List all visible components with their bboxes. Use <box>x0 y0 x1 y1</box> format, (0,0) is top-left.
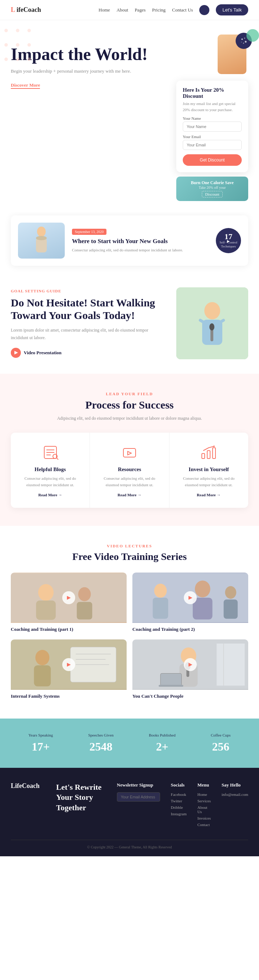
nav-avatar[interactable] <box>199 5 209 15</box>
video-2-label: Coaching and Training (part 2) <box>132 623 248 634</box>
svg-point-5 <box>37 227 46 237</box>
process-tag: Lead Your Field <box>11 391 248 396</box>
social-twitter[interactable]: Twitter <box>171 799 187 803</box>
nav-about[interactable]: About <box>116 7 129 13</box>
video-4-label: You Can't Change People <box>132 690 248 700</box>
hero-section: • • •• • •• • • Impact the World! Begin … <box>0 20 259 212</box>
nav-pages[interactable]: Pages <box>135 7 145 13</box>
svg-point-9 <box>204 302 220 319</box>
social-dribble[interactable]: Dribble <box>171 805 187 810</box>
video-card-2: ▶ Coaching and Training (part 2) <box>132 573 248 634</box>
resources-title: Resources <box>97 466 162 473</box>
svg-rect-21 <box>123 449 136 457</box>
footer-newsletter: Newsletter Signup <box>117 782 160 829</box>
hero-left: Impact the World! Begin your leadership … <box>11 35 169 89</box>
process-card-invest: Invest in Yourself Consectur adipiscing … <box>169 433 248 508</box>
invest-link[interactable]: Read More → <box>176 493 241 497</box>
svg-point-2 <box>245 41 247 43</box>
feature-content: September 13, 2020 Where to Start with Y… <box>72 228 209 253</box>
svg-point-1 <box>244 38 245 39</box>
svg-point-26 <box>213 445 215 447</box>
menu-invoices[interactable]: Invoices <box>197 816 211 820</box>
footer-email[interactable]: info@email.com <box>222 792 248 797</box>
menu-heading: Menu <box>197 782 211 788</box>
nav-contact[interactable]: Contact Us <box>172 7 193 13</box>
svg-rect-52 <box>159 685 183 687</box>
goals-right <box>176 287 248 359</box>
svg-rect-34 <box>153 598 168 619</box>
menu-home[interactable]: Home <box>197 792 211 797</box>
video-thumb-2[interactable]: ▶ <box>132 573 248 623</box>
name-input[interactable] <box>183 122 242 132</box>
video-thumb-1[interactable]: ▶ <box>11 573 127 623</box>
nav-cta-button[interactable]: Let's Talk <box>216 4 248 16</box>
video-thumb-3[interactable]: ▶ <box>11 640 127 690</box>
play-button-3[interactable]: ▶ <box>62 658 75 671</box>
blogs-link[interactable]: Read More → <box>18 493 83 497</box>
stat-speaking-value: 17+ <box>29 740 53 753</box>
badge-subtitle: Take 20% off your <box>181 186 243 189</box>
deco-dots: • • •• • •• • • <box>3 24 33 67</box>
feature-date: September 13, 2020 <box>72 229 106 235</box>
footer-headline-text: Let's Rewrite Your Story Together <box>56 782 103 813</box>
footer-bottom: © Copyright 2022 — General Theme, All Ri… <box>11 840 248 849</box>
menu-services[interactable]: Services <box>197 799 211 803</box>
form-heading: Here Is Your 20% Discount <box>183 87 242 99</box>
svg-rect-31 <box>76 602 92 619</box>
process-title: Process for Success <box>11 399 248 411</box>
stat-speaking-label: Years Speaking <box>29 733 53 737</box>
footer-brand-name: LifeCoach <box>11 782 42 790</box>
footer-copyright: © Copyright 2022 — General Theme, All Ri… <box>87 845 172 849</box>
stats-section: Years Speaking 17+ Speeches Given 2548 B… <box>0 719 259 768</box>
goals-section: Goal Setting Guide Do Not Hesitate! Star… <box>0 273 259 374</box>
footer-headline: Let's Rewrite Your Story Together <box>56 782 103 829</box>
footer-menu: Menu Home Services About Us Invoices Con… <box>197 782 211 829</box>
svg-rect-41 <box>34 665 51 687</box>
process-card-resources: Resources Consectur adipiscing elit, sed… <box>90 433 169 508</box>
logo-text: ifeCoach <box>17 6 41 14</box>
resources-icon <box>121 444 138 461</box>
nav-pricing[interactable]: Pricing <box>152 7 166 13</box>
social-facebook[interactable]: Facebook <box>171 792 187 797</box>
hero-right: Here Is Your 20% Discount Join my email … <box>176 35 248 201</box>
svg-point-7 <box>36 236 47 240</box>
name-label: Your Name <box>183 116 242 121</box>
play-icon: ▶ <box>11 348 21 358</box>
footer-socials: Socials Facebook Twitter Dribble Instagr… <box>171 782 187 829</box>
video-presentation-button[interactable]: ▶ Video Presentation <box>11 348 165 358</box>
logo[interactable]: L ifeCoach <box>11 6 41 14</box>
newsletter-input[interactable] <box>117 792 160 802</box>
play-button-1[interactable]: ▶ <box>62 591 75 604</box>
video-3-label: Internal Family Systems <box>11 690 127 700</box>
nav-home[interactable]: Home <box>99 7 110 13</box>
email-input[interactable] <box>183 140 242 150</box>
menu-contact[interactable]: Contact <box>197 822 211 827</box>
get-discount-button[interactable]: Get Discount <box>183 154 242 166</box>
hero-title: Impact the World! <box>11 45 169 63</box>
play-button-2[interactable]: ▶ <box>184 591 197 604</box>
feature-section: September 13, 2020 Where to Start with Y… <box>0 212 259 273</box>
logo-icon: L <box>11 6 15 14</box>
svg-point-37 <box>225 586 236 598</box>
hero-discover-link[interactable]: Discover More <box>11 82 40 89</box>
stat-speeches-label: Speeches Given <box>88 733 114 737</box>
goals-left: Goal Setting Guide Do Not Hesitate! Star… <box>11 289 165 358</box>
process-section: Lead Your Field Process for Success Adip… <box>0 374 259 526</box>
discount-badge: Burn One Calorie Save Take 20% off your … <box>176 177 248 201</box>
green-circle-deco <box>246 29 259 42</box>
stat-books-label: Books Published <box>149 733 176 737</box>
video-1-label: Coaching and Training (part 1) <box>11 623 127 634</box>
stat-speeches-value: 2548 <box>88 740 114 753</box>
svg-rect-53 <box>216 643 245 686</box>
feature-card: September 13, 2020 Where to Start with Y… <box>11 215 248 266</box>
resources-link[interactable]: Read More → <box>97 493 162 497</box>
stat-coffee: Coffee Cups 256 <box>211 733 230 753</box>
navbar: L ifeCoach Home About Pages Pricing Cont… <box>0 0 259 20</box>
video-tag: Video Lectures <box>11 544 248 548</box>
footer-right: Newsletter Signup Socials Facebook Twitt… <box>117 782 248 829</box>
menu-about[interactable]: About Us <box>197 805 211 814</box>
play-button-4[interactable]: ▶ <box>184 658 197 671</box>
svg-rect-25 <box>213 448 216 458</box>
social-instagram[interactable]: Instagram <box>171 812 187 816</box>
video-thumb-4[interactable]: ▶ <box>132 640 248 690</box>
